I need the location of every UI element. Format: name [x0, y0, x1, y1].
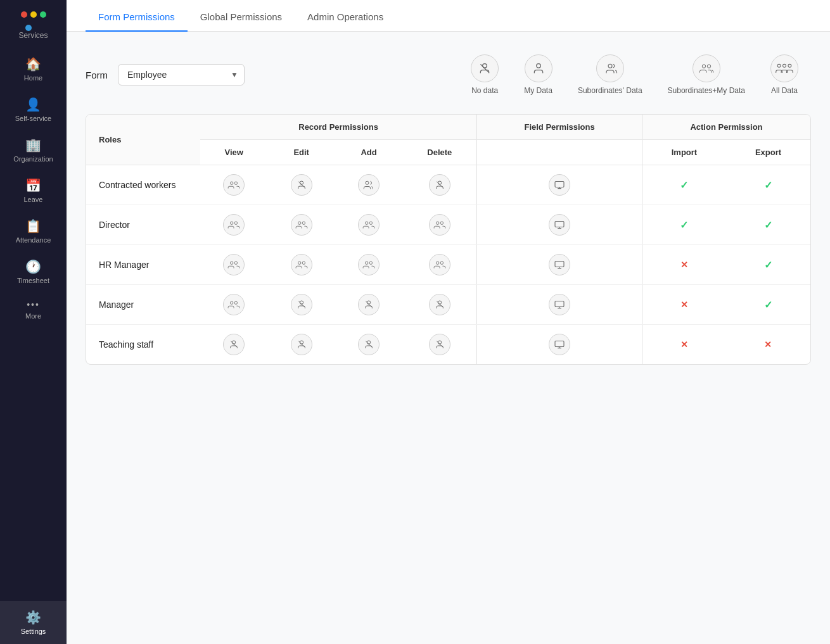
sidebar-item-timesheet[interactable]: 🕐 Timesheet — [0, 251, 67, 292]
svg-point-11 — [300, 181, 303, 184]
export-cell[interactable]: ✓ — [726, 165, 810, 205]
delete-cell[interactable] — [402, 285, 476, 325]
logo-dots — [21, 11, 46, 18]
no-data-icon — [471, 54, 499, 82]
sidebar-item-home[interactable]: 🏠 Home — [0, 49, 67, 89]
svg-point-28 — [298, 262, 300, 264]
table-row: Contracted workers ✓ ✓ — [86, 165, 810, 205]
field-cell[interactable] — [477, 285, 642, 325]
field-perms-subheader — [477, 140, 642, 165]
svg-point-17 — [231, 222, 233, 224]
field-cell[interactable] — [477, 205, 642, 245]
all-data-icon — [770, 54, 798, 82]
svg-point-23 — [436, 222, 438, 224]
svg-point-7 — [783, 64, 786, 67]
svg-line-40 — [366, 301, 371, 307]
dot-red — [21, 11, 27, 18]
subordinates-my-data-label: Subordinates+My Data — [668, 86, 745, 95]
svg-point-20 — [302, 222, 305, 224]
tab-admin-operations[interactable]: Admin Operations — [295, 0, 396, 31]
add-cell[interactable] — [335, 205, 402, 245]
export-cell[interactable]: ✓ — [726, 245, 810, 285]
sidebar-item-more[interactable]: ••• More — [0, 292, 67, 327]
edit-cell[interactable] — [267, 205, 335, 245]
dot-green — [40, 11, 46, 18]
field-cell[interactable] — [477, 165, 642, 205]
add-cell[interactable] — [335, 285, 402, 325]
export-header: Export — [726, 140, 810, 165]
delete-cell[interactable] — [402, 205, 476, 245]
import-cell[interactable]: ✕ — [642, 325, 725, 365]
svg-point-44 — [233, 341, 236, 344]
sidebar-item-attendance[interactable]: 📋 Attendance — [0, 211, 67, 251]
svg-point-37 — [300, 301, 303, 304]
import-cell[interactable]: ✓ — [642, 165, 725, 205]
sidebar-item-settings[interactable]: ⚙️ Settings — [0, 601, 67, 644]
view-cell[interactable] — [200, 205, 267, 245]
tab-global-permissions[interactable]: Global Permissions — [188, 0, 295, 31]
import-cell[interactable]: ✕ — [642, 245, 725, 285]
svg-point-27 — [234, 262, 237, 264]
table-row: Director ✓ ✓ — [86, 205, 810, 245]
filter-no-data[interactable]: No data — [458, 51, 511, 99]
sidebar-settings-label: Settings — [21, 628, 46, 635]
field-cell[interactable] — [477, 245, 642, 285]
settings-icon: ⚙️ — [25, 610, 41, 625]
content-area: Form Employee Department Position ▼ — [67, 32, 830, 644]
svg-point-4 — [702, 65, 705, 68]
filter-subordinates-data[interactable]: Subordinates' Data — [565, 51, 655, 99]
table-row: HR Manager ✕ ✓ — [86, 245, 810, 285]
my-data-icon — [525, 54, 552, 82]
tab-form-permissions[interactable]: Form Permissions — [86, 0, 188, 31]
sidebar: Services 🏠 Home 👤 Self-service 🏢 Organiz… — [0, 0, 67, 644]
sidebar-item-self-service[interactable]: 👤 Self-service — [0, 89, 67, 130]
table-body: Contracted workers ✓ ✓ Director ✓ ✓ HR M… — [86, 165, 810, 365]
import-header: Import — [642, 140, 725, 165]
svg-point-13 — [366, 181, 369, 184]
delete-header: Delete — [402, 140, 476, 165]
export-cell[interactable]: ✓ — [726, 285, 810, 325]
view-cell[interactable] — [200, 245, 267, 285]
svg-point-35 — [231, 301, 233, 304]
svg-rect-52 — [555, 341, 564, 346]
leave-icon: 📅 — [25, 178, 41, 193]
filter-my-data[interactable]: My Data — [511, 51, 565, 99]
export-cell[interactable]: ✕ — [726, 325, 810, 365]
svg-rect-25 — [555, 221, 564, 227]
sidebar-attendance-label: Attendance — [16, 236, 51, 244]
roles-column-header: Roles — [86, 115, 200, 165]
edit-cell[interactable] — [267, 245, 335, 285]
view-cell[interactable] — [200, 285, 267, 325]
svg-point-9 — [231, 182, 233, 184]
export-cell[interactable]: ✓ — [726, 205, 810, 245]
sidebar-item-organization[interactable]: 🏢 Organization — [0, 130, 67, 170]
delete-cell[interactable] — [402, 165, 476, 205]
field-cell[interactable] — [477, 325, 642, 365]
svg-line-38 — [298, 301, 304, 307]
view-cell[interactable] — [200, 325, 267, 365]
add-header: Add — [335, 140, 402, 165]
filter-all-data[interactable]: All Data — [758, 51, 811, 99]
edit-cell[interactable] — [267, 325, 335, 365]
svg-point-2 — [536, 64, 540, 68]
import-cell[interactable]: ✓ — [642, 205, 725, 245]
add-cell[interactable] — [335, 165, 402, 205]
role-name-cell: Manager — [86, 285, 200, 325]
delete-cell[interactable] — [402, 325, 476, 365]
delete-cell[interactable] — [402, 245, 476, 285]
more-icon: ••• — [27, 300, 40, 310]
role-name-cell: Director — [86, 205, 200, 245]
filter-subordinates-my-data[interactable]: Subordinates+My Data — [655, 51, 758, 99]
import-cell[interactable]: ✕ — [642, 285, 725, 325]
no-data-label: No data — [471, 86, 498, 95]
sidebar-item-leave[interactable]: 📅 Leave — [0, 170, 67, 211]
svg-point-32 — [436, 262, 438, 264]
add-cell[interactable] — [335, 245, 402, 285]
view-cell[interactable] — [200, 165, 267, 205]
edit-cell[interactable] — [267, 285, 335, 325]
edit-cell[interactable] — [267, 165, 335, 205]
main-content: Form Permissions Global Permissions Admi… — [67, 0, 830, 644]
app-logo: Services — [0, 0, 67, 49]
add-cell[interactable] — [335, 325, 402, 365]
form-select[interactable]: Employee Department Position — [118, 64, 245, 85]
